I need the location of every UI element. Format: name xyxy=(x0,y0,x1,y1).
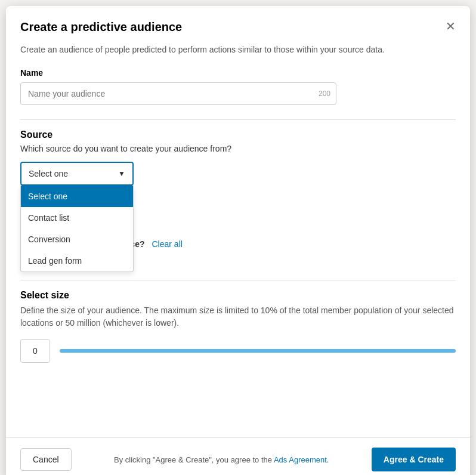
slider-fill xyxy=(60,349,456,353)
dropdown-item-lead-gen-form[interactable]: Lead gen form xyxy=(21,250,133,272)
modal-footer: Cancel By clicking "Agree & Create", you… xyxy=(6,437,470,475)
select-value: Select one xyxy=(29,169,68,178)
disclaimer-text: By clicking "Agree & Create", you agree … xyxy=(114,455,272,464)
source-select-wrapper: Select one ▼ Select one Contact list Con… xyxy=(20,162,134,186)
modal-title: Create a predictive audience xyxy=(20,20,182,34)
slider-value: 0 xyxy=(33,346,38,356)
source-section-title: Source xyxy=(20,129,456,140)
source-select-box[interactable]: Select one ▼ xyxy=(20,162,134,186)
size-section: Select size Define the size of your audi… xyxy=(20,290,456,363)
name-label: Name xyxy=(20,68,456,78)
ads-agreement-link[interactable]: Ads Agreement xyxy=(274,455,327,464)
dropdown-arrow-icon: ▼ xyxy=(118,169,125,178)
size-description: Define the size of your audience. The ma… xyxy=(20,304,456,329)
clear-all-link[interactable]: Clear all xyxy=(152,239,183,249)
name-input[interactable] xyxy=(20,82,336,105)
modal-container: Create a predictive audience ✕ Create an… xyxy=(6,6,470,475)
close-button[interactable]: ✕ xyxy=(446,20,456,32)
slider-section: 0 xyxy=(20,339,456,363)
divider-1 xyxy=(20,119,456,120)
modal-header: Create a predictive audience ✕ xyxy=(6,6,470,44)
size-section-title: Select size xyxy=(20,290,456,301)
slider-track[interactable] xyxy=(60,349,456,353)
divider-2 xyxy=(20,280,456,280)
slider-value-box: 0 xyxy=(20,339,50,363)
char-limit: 200 xyxy=(319,90,330,98)
name-field-wrapper: 200 xyxy=(20,82,336,105)
footer-disclaimer: By clicking "Agree & Create", you agree … xyxy=(114,455,329,464)
slider-track-wrapper xyxy=(60,345,456,357)
dropdown-item-conversion[interactable]: Conversion xyxy=(21,229,133,250)
cancel-button[interactable]: Cancel xyxy=(20,448,72,471)
source-select-area: Select one ▼ Select one Contact list Con… xyxy=(20,162,456,186)
agree-create-button[interactable]: Agree & Create xyxy=(372,448,456,471)
modal-description: Create an audience of people predicted t… xyxy=(20,44,456,56)
dropdown-menu: Select one Contact list Conversion Lead … xyxy=(20,186,134,272)
source-subtitle: Which source do you want to create your … xyxy=(20,144,456,153)
modal-body: Create an audience of people predicted t… xyxy=(6,44,470,437)
dropdown-item-select-one[interactable]: Select one xyxy=(21,186,133,207)
dropdown-item-contact-list[interactable]: Contact list xyxy=(21,207,133,229)
